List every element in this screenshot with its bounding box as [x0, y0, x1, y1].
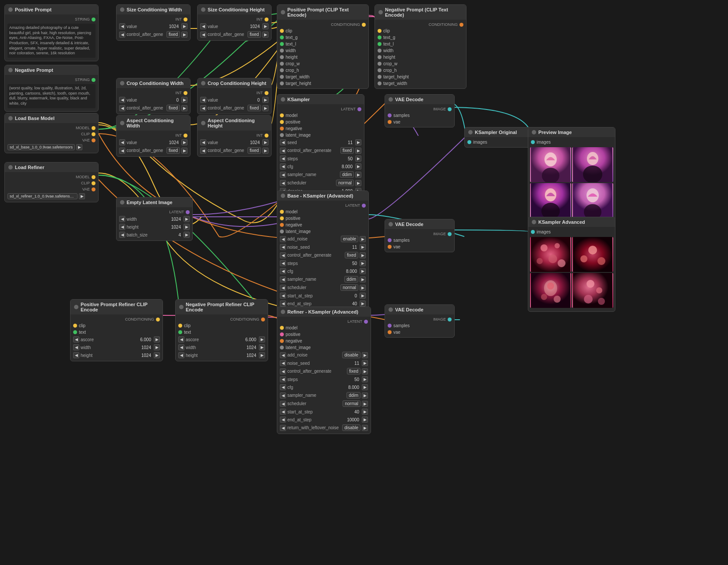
increment-btn[interactable]: ▶ — [262, 97, 269, 103]
increment-btn[interactable]: ▶ — [262, 105, 269, 111]
scheduler-row[interactable]: ◀ scheduler normal ▶ — [277, 179, 364, 187]
increment-btn[interactable]: ▶ — [355, 155, 361, 162]
height-row[interactable]: ◀ height 1024 ▶ — [117, 223, 192, 231]
control-row[interactable]: ◀ control_after_generate fixed ▶ — [277, 367, 371, 375]
cfg-row[interactable]: ◀ cfg 8.000 ▶ — [277, 267, 368, 275]
ascore-row[interactable]: ◀ ascore 6.000 ▶ — [176, 335, 268, 343]
start-step-row[interactable]: ◀ start_at_step 40 ▶ — [277, 408, 371, 416]
decrement-btn[interactable]: ◀ — [280, 268, 286, 274]
end-step-row[interactable]: ◀ end_at_step 10000 ▶ — [277, 416, 371, 424]
decrement-btn[interactable]: ◀ — [119, 32, 125, 38]
decrement-btn[interactable]: ◀ — [280, 425, 286, 431]
start-step-row[interactable]: ◀ start_at_step 0 ▶ — [277, 292, 368, 300]
decrement-btn[interactable]: ◀ — [178, 352, 184, 358]
cfg-row[interactable]: ◀ cfg 8.000 ▶ — [277, 162, 364, 170]
decrement-btn[interactable]: ◀ — [280, 417, 286, 423]
decrement-btn[interactable]: ◀ — [119, 232, 125, 238]
increment-btn[interactable]: ▶ — [362, 401, 368, 407]
decrement-btn[interactable]: ◀ — [280, 163, 286, 170]
increment-btn[interactable]: ▶ — [181, 148, 187, 154]
decrement-btn[interactable]: ◀ — [280, 384, 286, 390]
model-file-row[interactable]: sd_xl_refiner_1.0_0.9vae.safetensors ▶ — [5, 192, 98, 200]
increment-btn[interactable]: ▶ — [184, 216, 190, 222]
file-browse-btn[interactable]: ▶ — [79, 193, 85, 199]
value-row[interactable]: ◀ value 1024 ▶ — [117, 22, 190, 30]
increment-btn[interactable]: ▶ — [362, 376, 368, 382]
decrement-btn[interactable]: ◀ — [280, 148, 286, 154]
decrement-btn[interactable]: ◀ — [280, 236, 286, 242]
increment-btn[interactable]: ▶ — [355, 163, 361, 170]
decrement-btn[interactable]: ◀ — [280, 352, 286, 358]
increment-btn[interactable]: ▶ — [262, 148, 269, 154]
increment-btn[interactable]: ▶ — [362, 409, 368, 415]
increment-btn[interactable]: ▶ — [360, 268, 366, 274]
increment-btn[interactable]: ▶ — [355, 148, 361, 154]
batch-row[interactable]: ◀ batch_size 4 ▶ — [117, 231, 192, 239]
decrement-btn[interactable]: ◀ — [280, 172, 286, 178]
decrement-btn[interactable]: ◀ — [280, 293, 286, 299]
decrement-btn[interactable]: ◀ — [280, 392, 286, 399]
decrement-btn[interactable]: ◀ — [280, 180, 286, 186]
decrement-btn[interactable]: ◀ — [280, 409, 286, 415]
increment-btn[interactable]: ▶ — [362, 425, 368, 431]
increment-btn[interactable]: ▶ — [181, 23, 187, 29]
positive-prompt-text[interactable]: Amazing detailed photography of a cute b… — [7, 24, 95, 58]
sampler-row[interactable]: ◀ sampler_name ddim ▶ — [277, 391, 371, 399]
decrement-btn[interactable]: ◀ — [200, 139, 206, 145]
file-browse-btn[interactable]: ▶ — [76, 144, 82, 150]
ascore-row[interactable]: ◀ ascore 6.000 ▶ — [71, 335, 163, 343]
control-row[interactable]: ◀ control_after_gene fixed ▶ — [198, 146, 271, 155]
increment-btn[interactable]: ▶ — [259, 352, 265, 358]
cfg-row[interactable]: ◀ cfg 8.000 ▶ — [277, 383, 371, 391]
increment-btn[interactable]: ▶ — [355, 139, 361, 145]
decrement-btn[interactable]: ◀ — [280, 260, 286, 266]
increment-btn[interactable]: ▶ — [262, 32, 269, 38]
decrement-btn[interactable]: ◀ — [119, 224, 125, 230]
control-row[interactable]: ◀ control_after_gene fixed ▶ — [198, 104, 271, 112]
model-file-row[interactable]: sd_xl_base_1.0_0.9vae.safetensors ▶ — [5, 143, 98, 151]
increment-btn[interactable]: ▶ — [360, 300, 366, 307]
increment-btn[interactable]: ▶ — [360, 236, 366, 242]
decrement-btn[interactable]: ◀ — [280, 155, 286, 162]
decrement-btn[interactable]: ◀ — [200, 97, 206, 103]
increment-btn[interactable]: ▶ — [259, 344, 265, 350]
decrement-btn[interactable]: ◀ — [119, 148, 125, 154]
increment-btn[interactable]: ▶ — [184, 224, 190, 230]
control-row[interactable]: ◀ control_after_gene fixed ▶ — [117, 30, 190, 39]
decrement-btn[interactable]: ◀ — [280, 376, 286, 382]
control-row[interactable]: ◀ control_after_generate fixed ▶ — [277, 251, 368, 259]
noise-seed-row[interactable]: ◀ noise_seed 11 ▶ — [277, 243, 368, 251]
control-row[interactable]: ◀ control_after_gene fixed ▶ — [198, 30, 271, 39]
increment-btn[interactable]: ▶ — [184, 232, 190, 238]
decrement-btn[interactable]: ◀ — [280, 368, 286, 374]
steps-row[interactable]: ◀ steps 50 ▶ — [277, 155, 364, 162]
value-row[interactable]: ◀ value 1024 ▶ — [198, 138, 271, 146]
increment-btn[interactable]: ▶ — [355, 172, 361, 178]
decrement-btn[interactable]: ◀ — [200, 148, 206, 154]
increment-btn[interactable]: ▶ — [362, 417, 368, 423]
decrement-btn[interactable]: ◀ — [73, 352, 79, 358]
sampler-row[interactable]: ◀ sampler_name ddim ▶ — [277, 275, 368, 283]
decrement-btn[interactable]: ◀ — [119, 216, 125, 222]
add-noise-row[interactable]: ◀ add_noise disable ▶ — [277, 351, 371, 359]
decrement-btn[interactable]: ◀ — [200, 105, 206, 111]
value-row[interactable]: ◀ value 0 ▶ — [198, 96, 271, 104]
increment-btn[interactable]: ▶ — [360, 293, 366, 299]
decrement-btn[interactable]: ◀ — [178, 344, 184, 350]
value-row[interactable]: ◀ value 1024 ▶ — [198, 22, 271, 30]
control-row[interactable]: ◀ control_after_gene fixed ▶ — [117, 104, 190, 112]
increment-btn[interactable]: ▶ — [360, 252, 366, 258]
steps-row[interactable]: ◀ steps 50 ▶ — [277, 375, 371, 383]
increment-btn[interactable]: ▶ — [262, 139, 269, 145]
decrement-btn[interactable]: ◀ — [119, 139, 125, 145]
increment-btn[interactable]: ▶ — [360, 260, 366, 266]
value-row[interactable]: ◀ value 0 ▶ — [117, 96, 190, 104]
increment-btn[interactable]: ▶ — [259, 336, 265, 343]
increment-btn[interactable]: ▶ — [154, 344, 160, 350]
increment-btn[interactable]: ▶ — [181, 32, 187, 38]
width-row[interactable]: ◀ width 1024 ▶ — [176, 343, 268, 351]
decrement-btn[interactable]: ◀ — [280, 244, 286, 250]
decrement-btn[interactable]: ◀ — [280, 300, 286, 307]
increment-btn[interactable]: ▶ — [154, 336, 160, 343]
noise-seed-row[interactable]: ◀ noise_seed 11 ▶ — [277, 359, 371, 367]
